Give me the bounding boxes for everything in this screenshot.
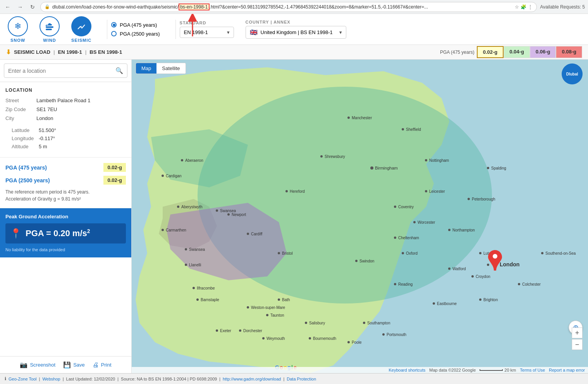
altitude-value: 5 m xyxy=(39,144,47,149)
svg-text:Southampton: Southampton xyxy=(367,321,390,325)
pga-badge-4[interactable]: 0.08-g xyxy=(556,46,582,58)
last-updated-text: Last Updated: 12/02/2020 xyxy=(66,377,115,381)
print-button[interactable]: 🖨 Print xyxy=(93,361,112,369)
save-button[interactable]: 💾 Save xyxy=(63,361,85,369)
svg-text:Birmingham: Birmingham xyxy=(375,166,398,170)
street-label: Street xyxy=(5,98,36,103)
svg-text:Ilfracombe: Ilfracombe xyxy=(197,286,215,290)
svg-text:Barnstaple: Barnstaple xyxy=(201,298,219,302)
dlubal-logo[interactable]: Dlubal xyxy=(562,63,583,84)
screenshot-label: Screenshot xyxy=(30,362,55,368)
map-area[interactable]: Map Satellite xyxy=(132,60,588,373)
svg-point-72 xyxy=(347,341,350,343)
pga-475-radio[interactable] xyxy=(111,22,117,27)
svg-point-88 xyxy=(185,264,187,266)
back-button[interactable]: ← xyxy=(3,2,12,12)
standard-dropdown[interactable]: EN 1998-1 ▾ xyxy=(180,27,234,38)
location-search-input[interactable] xyxy=(8,68,115,74)
svg-point-46 xyxy=(541,252,543,254)
search-box: 🔍 xyxy=(0,60,131,82)
browser-bar: ← → ↻ 🔒 dlubal.com/en/load-zones-for-sno… xyxy=(0,0,588,14)
svg-point-7 xyxy=(394,206,396,208)
top-nav: ❄ SNOW WIND SEISMIC PGA (475 years) PGA … xyxy=(0,14,588,45)
pga-badge-3[interactable]: 0.06-g xyxy=(530,46,556,58)
svg-point-58 xyxy=(394,283,396,285)
svg-point-76 xyxy=(239,329,241,332)
data-protection-link[interactable]: Data Protection xyxy=(287,377,316,381)
svg-point-48 xyxy=(247,233,249,235)
pga-2500-radio[interactable] xyxy=(111,31,117,36)
sidebar: 🔍 LOCATION Street Lambeth Palace Road 1 … xyxy=(0,60,132,373)
gadm-link[interactable]: http://www.gadm.org/download xyxy=(223,377,281,381)
report-map-error-link[interactable]: Report a map error xyxy=(549,368,585,372)
svg-text:London: London xyxy=(500,261,519,267)
svg-point-44 xyxy=(518,283,520,285)
city-value: London xyxy=(36,115,53,121)
nav-wind[interactable]: WIND xyxy=(40,16,60,43)
reload-button[interactable]: ↻ xyxy=(28,2,37,12)
svg-point-62 xyxy=(278,298,280,301)
search-icon[interactable]: 🔍 xyxy=(115,67,123,74)
url-text: dlubal.com/en/load-zones-for-snow-wind-e… xyxy=(52,4,515,10)
svg-point-21 xyxy=(413,221,416,223)
pga-2500-label: PGA (2500 years) xyxy=(120,31,160,37)
toolbar-std: EN 1998-1 xyxy=(58,49,82,55)
svg-point-33 xyxy=(479,252,481,254)
nav-snow[interactable]: ❄ SNOW xyxy=(8,16,28,43)
screenshot-button[interactable]: 📷 Screenshot xyxy=(20,361,55,369)
forward-button[interactable]: → xyxy=(15,2,25,12)
extension-icon[interactable]: 🧩 xyxy=(521,4,526,10)
svg-point-17 xyxy=(320,155,323,158)
pga-2500-row-label[interactable]: PGA (2500 years) xyxy=(5,177,50,183)
toolbar-sep2: | xyxy=(85,49,87,55)
pga-number: PGA = 0.20 m/s2 xyxy=(26,228,90,238)
pga-475-option[interactable]: PGA (475 years) xyxy=(111,22,160,28)
menu-icon[interactable]: ⋮ xyxy=(528,4,533,10)
geo-zone-tool-link[interactable]: Geo-Zone Tool xyxy=(9,377,37,381)
pga-badge-2[interactable]: 0.04-g xyxy=(504,46,530,58)
zoom-in-button[interactable]: + xyxy=(572,327,583,338)
svg-point-50 xyxy=(227,213,230,216)
map-pin-icon: 📍 xyxy=(10,228,22,239)
address-bar-actions: ☆ 🧩 ⋮ xyxy=(515,4,533,10)
city-label: City xyxy=(5,115,36,121)
terms-of-use-link[interactable]: Terms of Use xyxy=(520,368,545,372)
svg-point-80 xyxy=(266,314,268,316)
status-sep-2: | xyxy=(63,377,64,381)
scale-bar xyxy=(480,369,503,371)
zoom-out-button[interactable]: − xyxy=(572,339,583,350)
map-tab-map-btn[interactable]: Map xyxy=(136,63,156,74)
snow-icon-circle: ❄ xyxy=(8,16,28,36)
country-dropdown[interactable]: 🇬🇧 United Kingdom | BS EN 1998-1 ▾ xyxy=(246,26,346,39)
svg-text:Salisbury: Salisbury xyxy=(309,321,325,325)
zipcode-row: Zip Code SE1 7EU xyxy=(5,106,126,112)
pga-badge-1[interactable]: 0.02-g xyxy=(477,46,504,58)
seismic-label: SEISMIC xyxy=(71,38,91,43)
svg-text:Shrewsbury: Shrewsbury xyxy=(325,154,345,159)
svg-point-54 xyxy=(278,252,280,254)
longitude-label: Longitude xyxy=(12,135,39,141)
svg-point-60 xyxy=(433,302,435,305)
map-background[interactable]: Birmingham Coventry Leicester Nottingham… xyxy=(132,60,588,373)
pga-result-title: Peak Ground Acceleration xyxy=(5,214,126,219)
svg-text:Bournemouth: Bournemouth xyxy=(313,336,336,341)
webshop-link[interactable]: Webshop xyxy=(42,377,60,381)
map-tabs-overlay: Map Satellite xyxy=(136,63,186,74)
address-bar[interactable]: 🔒 dlubal.com/en/load-zones-for-snow-wind… xyxy=(40,2,537,12)
svg-point-56 xyxy=(355,260,358,262)
pga-475-row-value: 0.02-g xyxy=(103,163,126,172)
pga-475-row-label[interactable]: PGA (475 years) xyxy=(5,165,47,171)
svg-text:Exeter: Exeter xyxy=(220,329,232,333)
url-prefix: dlubal.com/en/load-zones-for-snow-wind-e… xyxy=(52,4,179,10)
map-tab-satellite-btn[interactable]: Satellite xyxy=(156,63,185,74)
bookmark-icon[interactable]: ☆ xyxy=(515,4,519,10)
svg-point-94 xyxy=(177,206,179,208)
nav-seismic[interactable]: SEISMIC xyxy=(71,16,91,43)
street-value: Lambeth Palace Road 1 xyxy=(36,98,90,103)
pga-475-label: PGA (475 years) xyxy=(120,22,157,28)
svg-text:Portsmouth: Portsmouth xyxy=(387,333,406,337)
location-section: LOCATION Street Lambeth Palace Road 1 Zi… xyxy=(0,82,131,158)
pga-2500-option[interactable]: PGA (2500 years) xyxy=(111,31,160,37)
keyboard-shortcuts-link[interactable]: Keyboard shortcuts xyxy=(389,368,425,372)
map-zoom-controls: + − xyxy=(572,327,583,350)
